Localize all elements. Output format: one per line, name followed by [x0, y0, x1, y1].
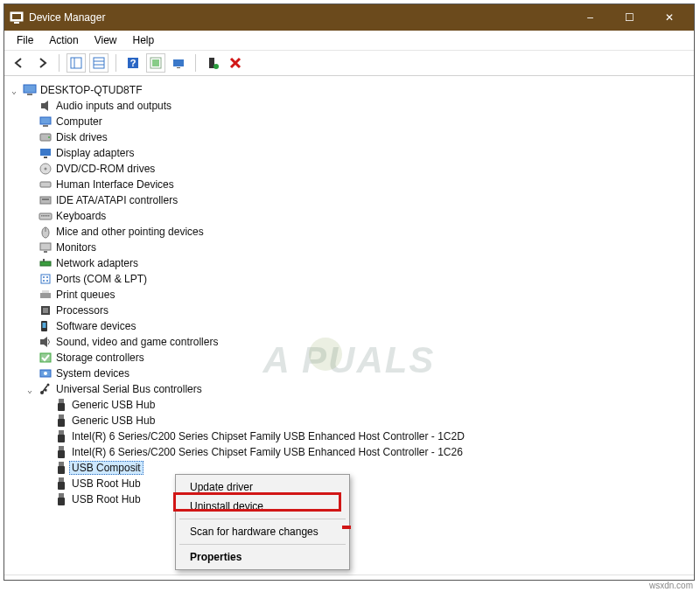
- tree-item-label: Sound, video and game controllers: [56, 336, 218, 348]
- tree-item[interactable]: System devices: [24, 366, 690, 381]
- tree-item-label: Intel(R) 6 Series/C200 Series Chipset Fa…: [72, 446, 463, 458]
- tree-item[interactable]: Software devices: [24, 318, 690, 334]
- svg-rect-5: [94, 58, 104, 68]
- tree-item[interactable]: DVD/CD-ROM drives: [24, 161, 690, 177]
- toolbar: ?: [4, 51, 694, 76]
- maximize-button[interactable]: ☐: [610, 4, 649, 31]
- app-icon: [10, 10, 24, 24]
- close-button[interactable]: ✕: [649, 4, 689, 31]
- device-manager-window: Device Manager – ☐ ✕ File Action View He…: [4, 3, 695, 581]
- usb-plug-icon: [54, 492, 68, 506]
- tree-item-label: Network adapters: [56, 257, 138, 269]
- ctx-scan-hardware[interactable]: Scan for hardware changes: [178, 522, 347, 541]
- uninstall-button[interactable]: [226, 53, 245, 73]
- svg-rect-53: [40, 339, 44, 345]
- back-button[interactable]: [10, 53, 29, 73]
- tree-item[interactable]: DESKTOP-QTUD8TF: [9, 82, 690, 98]
- menu-view[interactable]: View: [88, 32, 124, 48]
- svg-point-15: [214, 64, 219, 69]
- tree-item[interactable]: Disk drives: [24, 129, 690, 145]
- tree-item[interactable]: Sound, video and game controllers: [24, 334, 690, 350]
- tree-item[interactable]: Keyboards: [24, 208, 690, 224]
- tree-item[interactable]: Generic USB Hub: [40, 397, 690, 413]
- tree-item-label: Print queues: [56, 289, 115, 301]
- svg-rect-64: [59, 430, 64, 435]
- svg-rect-20: [43, 125, 48, 127]
- show-hide-tree-button[interactable]: [66, 53, 86, 73]
- help-button[interactable]: ?: [123, 53, 143, 73]
- tree-item-label: Keyboards: [56, 210, 106, 222]
- ctx-properties[interactable]: Properties: [178, 547, 347, 567]
- tree-item[interactable]: Human Interface Devices: [24, 177, 690, 192]
- expand-chevron-icon[interactable]: [9, 86, 19, 95]
- menu-file[interactable]: File: [10, 32, 40, 48]
- svg-rect-52: [43, 323, 46, 328]
- expand-chevron-icon[interactable]: [24, 385, 35, 394]
- tree-item[interactable]: USB Root Hub: [40, 476, 690, 491]
- svg-rect-70: [59, 477, 64, 482]
- tree-item[interactable]: Print queues: [24, 287, 690, 303]
- usb-plug-icon: [54, 414, 68, 428]
- tree-item[interactable]: Intel(R) 6 Series/C200 Series Chipset Fa…: [40, 444, 690, 460]
- tree-item[interactable]: Network adapters: [24, 255, 690, 271]
- monitor-icon: [38, 240, 52, 254]
- tree-item-label: Generic USB Hub: [72, 399, 155, 411]
- tree-item[interactable]: USB Root Hub: [40, 491, 690, 507]
- usb-plug-icon: [54, 429, 68, 443]
- tree-item[interactable]: Monitors: [24, 240, 690, 255]
- svg-rect-3: [71, 58, 81, 68]
- tree-item[interactable]: Computer: [24, 114, 690, 129]
- tree-item[interactable]: USB Composit: [40, 460, 690, 476]
- tree-item[interactable]: Audio inputs and outputs: [24, 98, 690, 114]
- tree-item[interactable]: Mice and other pointing devices: [24, 224, 690, 240]
- minimize-button[interactable]: –: [570, 4, 610, 31]
- tree-item-label: Monitors: [56, 241, 96, 254]
- printer-icon: [38, 288, 52, 302]
- svg-rect-66: [59, 446, 64, 450]
- svg-rect-24: [44, 157, 47, 158]
- ctx-uninstall-device[interactable]: Uninstall device: [178, 497, 347, 516]
- tree-item[interactable]: Display adapters: [24, 145, 690, 161]
- tree-item[interactable]: Storage controllers: [24, 350, 690, 366]
- tree-item-label: Human Interface Devices: [56, 178, 174, 191]
- tree-item-label: Intel(R) 6 Series/C200 Series Chipset Fa…: [72, 430, 465, 442]
- toolbar-separator: [195, 54, 196, 72]
- tree-item[interactable]: Universal Serial Bus controllers: [24, 381, 690, 397]
- update-driver-button[interactable]: [146, 53, 165, 73]
- tree-item[interactable]: Generic USB Hub: [40, 413, 690, 428]
- menu-help[interactable]: Help: [126, 32, 162, 48]
- svg-rect-68: [59, 462, 64, 466]
- scan-hardware-button[interactable]: [169, 53, 188, 73]
- ctx-update-driver[interactable]: Update driver: [178, 477, 347, 497]
- audio-icon: [38, 99, 52, 113]
- tree-item-label: Computer: [56, 115, 102, 128]
- svg-rect-1: [12, 14, 21, 19]
- tree-item[interactable]: IDE ATA/ATAPI controllers: [24, 192, 690, 208]
- hid-icon: [38, 178, 52, 192]
- tree-item[interactable]: Intel(R) 6 Series/C200 Series Chipset Fa…: [40, 428, 690, 444]
- ctx-separator: [179, 519, 346, 519]
- svg-rect-35: [48, 215, 50, 217]
- svg-point-22: [48, 136, 50, 138]
- tree-item-label: Audio inputs and outputs: [56, 100, 172, 112]
- tree-item-label: Ports (COM & LPT): [56, 273, 147, 285]
- annotation-dash: [342, 526, 351, 529]
- svg-rect-19: [40, 117, 51, 124]
- tree-item-label: USB Root Hub: [72, 493, 141, 505]
- svg-rect-34: [46, 215, 48, 217]
- svg-rect-63: [58, 419, 65, 427]
- properties-button[interactable]: [89, 53, 108, 73]
- forward-button[interactable]: [32, 53, 52, 73]
- svg-rect-47: [40, 293, 51, 298]
- tree-item[interactable]: Processors: [24, 303, 690, 318]
- sound-icon: [38, 335, 52, 349]
- add-legacy-button[interactable]: [203, 53, 222, 73]
- tree-item-label: USB Composit: [69, 461, 144, 475]
- tree-item[interactable]: Ports (COM & LPT): [24, 271, 690, 287]
- svg-rect-71: [58, 482, 65, 490]
- titlebar[interactable]: Device Manager – ☐ ✕: [4, 4, 694, 31]
- window-title: Device Manager: [29, 11, 570, 24]
- tree-item-label: Disk drives: [56, 131, 108, 143]
- svg-rect-69: [58, 466, 65, 474]
- menu-action[interactable]: Action: [42, 32, 85, 48]
